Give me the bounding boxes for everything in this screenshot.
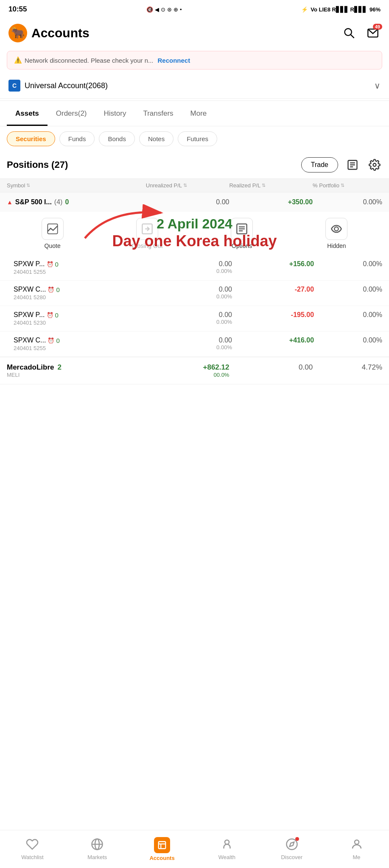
tab-more[interactable]: More — [182, 103, 215, 126]
quantity-sp500: 0 — [65, 198, 69, 206]
row-unrealized-val: 0.00 — [150, 260, 232, 268]
mercado-count: 2 — [57, 363, 61, 372]
mail-button[interactable]: 49 — [365, 25, 381, 41]
row-unrealized-val: 0.00 — [150, 286, 232, 293]
row-count: 0 — [55, 261, 59, 268]
svg-point-28 — [355, 840, 359, 844]
signal-text: Vo LIE8 R▋▋▋ R▋▋▋ — [311, 6, 367, 13]
svg-marker-27 — [289, 842, 294, 847]
nav-wealth-label: Wealth — [218, 854, 235, 860]
account-selector[interactable]: C Universal Account(2068) ∨ — [0, 73, 389, 99]
svg-text:🐂: 🐂 — [11, 26, 25, 39]
symbol-count-sp500: (4) — [54, 198, 63, 206]
nav-discover[interactable]: Discover — [259, 835, 324, 864]
row-portfolio: 0.00% — [314, 337, 382, 344]
row-symbol-sub: 240401 5280 — [14, 294, 150, 300]
page-title: Accounts — [31, 26, 90, 40]
tab-nav: Assets Orders(2) History Transfers More — [0, 103, 389, 126]
status-time: 10:55 — [8, 5, 27, 14]
account-selector-left: C Universal Account(2068) — [8, 80, 108, 92]
row-symbol-name: SPXW P... — [14, 260, 45, 268]
th-symbol[interactable]: Symbol ⇅ — [7, 182, 146, 189]
app-title-area: 🐂 Accounts — [8, 24, 90, 42]
transfer-icon-button[interactable] — [345, 157, 360, 172]
mercado-unrealized-col: +862.12 00.0% — [146, 363, 229, 378]
me-icon-wrapper — [350, 838, 363, 852]
sub-tabs: Securities Funds Bonds Notes Futures — [0, 126, 389, 151]
sort-portfolio-icon: ⇅ — [341, 183, 344, 188]
warning-message: Network disconnected. Please check your … — [25, 57, 154, 64]
nav-wealth[interactable]: Wealth — [194, 835, 259, 864]
row-symbol-sub: 240401 5255 — [14, 345, 150, 351]
row-unrealized-col: 0.00 0.00% — [150, 260, 232, 274]
subtab-funds[interactable]: Funds — [59, 131, 95, 146]
tab-orders[interactable]: Orders(2) — [48, 103, 95, 126]
th-portfolio[interactable]: % Portfolio ⇅ — [313, 182, 382, 189]
tab-assets[interactable]: Assets — [7, 103, 48, 126]
unrealized-sp500: 0.00 — [146, 198, 229, 206]
tab-transfers[interactable]: Transfers — [134, 103, 182, 126]
bottom-nav: Watchlist Markets Accounts — [0, 830, 389, 868]
markets-icon-wrapper — [91, 838, 104, 852]
row-unrealized-sub: 0.00% — [150, 293, 232, 300]
mercado-unrealized-pct: 00.0% — [146, 372, 229, 378]
subtab-notes[interactable]: Notes — [139, 131, 174, 146]
cast-icon: ⊕ — [174, 6, 178, 13]
position-row-spxw2[interactable]: SPXW C... ⏰ 0 240401 5280 0.00 0.00% -27… — [0, 281, 389, 306]
svg-point-17 — [335, 227, 339, 231]
position-row-spxw4[interactable]: SPXW C... ⏰ 0 240401 5255 0.00 0.00% +41… — [0, 331, 389, 357]
row-portfolio: 0.00% — [314, 311, 382, 319]
row-symbol-sub: 240401 5255 — [14, 269, 150, 275]
quick-action-hidden[interactable]: Hidden — [291, 218, 382, 249]
row-realized-val: -27.00 — [232, 286, 314, 293]
mercado-portfolio: 4.72% — [313, 363, 382, 372]
subtab-futures[interactable]: Futures — [178, 131, 217, 146]
quick-action-options[interactable]: Options — [196, 218, 288, 249]
row-count: 0 — [56, 286, 59, 293]
nav-markets-label: Markets — [87, 854, 107, 860]
dot-icon: • — [180, 6, 182, 13]
account-icon: C — [8, 80, 20, 92]
position-row-mercadolibre[interactable]: MercadoLibre 2 MELI +862.12 00.0% 0.00 4… — [0, 357, 389, 384]
nav-me-label: Me — [353, 854, 361, 860]
svg-line-3 — [351, 35, 354, 38]
row-unrealized-col: 0.00 0.00% — [150, 311, 232, 325]
reconnect-link[interactable]: Reconnect — [158, 57, 190, 64]
subtab-bonds[interactable]: Bonds — [99, 131, 135, 146]
sort-realized-icon: ⇅ — [262, 183, 266, 188]
position-group-header-sp500[interactable]: ▲ S&P 500 I... (4) 0 0.00 +350.00 0.00% — [0, 192, 389, 212]
discover-dot — [295, 837, 299, 841]
network-warning: ⚠️ Network disconnected. Please check yo… — [7, 51, 382, 70]
quick-action-closing[interactable]: Closing Out — [101, 218, 193, 249]
row-symbol-name: SPXW C... — [14, 337, 46, 344]
nav-me[interactable]: Me — [324, 835, 389, 864]
svg-point-25 — [225, 840, 229, 844]
row-unrealized-col: 0.00 0.00% — [150, 286, 232, 300]
row-unrealized-sub: 0.00% — [150, 268, 232, 274]
subtab-securities[interactable]: Securities — [7, 131, 55, 146]
clock-icon: ⏰ — [47, 261, 53, 267]
nav-watchlist[interactable]: Watchlist — [0, 835, 65, 864]
position-row-spxw1[interactable]: SPXW P... ⏰ 0 240401 5255 0.00 0.00% +15… — [0, 255, 389, 281]
position-row-symbol-spxw2: SPXW C... ⏰ 0 240401 5280 — [14, 286, 150, 300]
th-realized[interactable]: Realized P/L ⇅ — [229, 182, 313, 189]
accounts-icon-wrapper — [154, 837, 170, 853]
positions-title: Positions (27) — [7, 159, 68, 170]
settings-icon-button[interactable] — [367, 157, 382, 172]
messenger-icon: ⊛ — [167, 6, 172, 13]
position-row-spxw3[interactable]: SPXW P... ⏰ 0 240401 5230 0.00 0.00% -19… — [0, 306, 389, 331]
bluetooth-icon: ⚡ — [301, 6, 308, 13]
tab-history[interactable]: History — [95, 103, 135, 126]
row-symbol-sub: 240401 5230 — [14, 320, 150, 326]
quick-action-quote[interactable]: Quote — [7, 218, 98, 249]
trade-button[interactable]: Trade — [301, 157, 338, 172]
search-button[interactable] — [341, 25, 357, 41]
th-unrealized[interactable]: Unrealized P/L ⇅ — [146, 182, 229, 189]
nav-markets[interactable]: Markets — [65, 835, 130, 864]
row-unrealized-sub: 0.00% — [150, 344, 232, 351]
app-logo: 🐂 — [8, 24, 27, 42]
vpn-icon: ⊙ — [161, 6, 165, 13]
mercado-realized-val: 0.00 — [229, 363, 313, 372]
location-icon: ◀ — [155, 6, 159, 13]
nav-accounts[interactable]: Accounts — [130, 834, 195, 865]
